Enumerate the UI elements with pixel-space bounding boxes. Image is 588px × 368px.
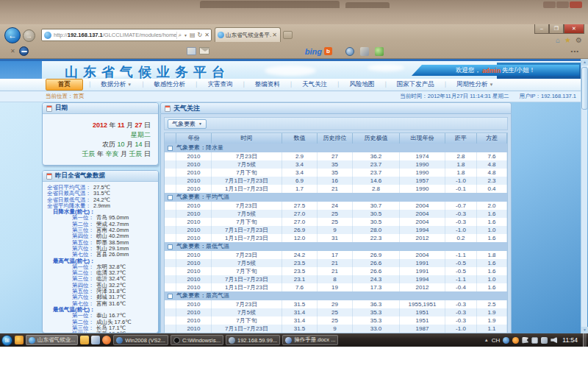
forward-button[interactable]: → [23,29,35,42]
display-icon[interactable] [531,337,538,344]
start-button[interactable]: ⊞ [1,335,12,346]
table-row[interactable]: 20107月下旬3.43523.719901.84.8 [165,169,507,177]
table-cell: 2.0 [477,202,507,210]
refresh-icon[interactable]: ↻ [198,32,203,39]
table-row[interactable]: 20107月1日~7月23日6.91614.61957-1.02.3 [165,177,507,185]
language-indicator[interactable]: CH [492,337,501,344]
maximize-button[interactable]: ❐ [549,24,564,34]
nav-item-7[interactable]: 风险地图 [342,79,381,90]
element-dropdown-button[interactable]: 气象要素▼ [168,119,207,129]
show-desktop-button[interactable] [583,333,587,347]
volume-icon[interactable] [551,337,557,344]
bg-close-button[interactable] [570,1,582,8]
taskbar-window-button[interactable]: 山东省气候业... [26,335,78,345]
dropdown-caret-icon[interactable]: ▼ [184,32,187,39]
browser-tab[interactable]: 山东省气候业务平... ✕ [215,27,281,42]
table-group-row[interactable]: 气象要素：最低气温 [165,242,507,251]
explorer-folder-icon[interactable] [80,336,89,344]
action-center-flag-icon[interactable] [522,337,528,344]
page-scrollbar[interactable]: ▲ ▼ [581,59,587,333]
weather-focus-title: 天气关注 [173,104,200,113]
mail-icon[interactable] [199,47,209,54]
window-title: 操作手册.docx ... [294,336,335,344]
new-tab-button[interactable] [283,31,293,39]
table-cell: 1990 [400,185,445,193]
people-icon[interactable] [375,47,384,56]
scroll-up-icon[interactable]: ▲ [581,59,588,66]
disc-icon[interactable] [345,47,354,56]
scrollbar-thumb[interactable] [581,67,588,110]
url-text[interactable]: http://192.168.137.1/GLCCLIMATE/modules/… [54,32,176,38]
table-row[interactable]: 20107月5候23.52126.61991-0.51.6 [165,259,507,267]
taskbar-window-button[interactable]: 192.168.59.99... [226,335,280,345]
nav-item-6[interactable]: 天气关注 [295,79,334,90]
nav-item-4[interactable]: 灾害查询 [200,79,240,90]
table-cell: 35 [318,169,353,177]
browser-toolbar: ✕ bing b ••• [0,43,588,59]
cards-icon[interactable] [187,47,196,55]
table-row[interactable]: 20107月1日~7月23日31.5933.01987-1.01.1 [165,325,507,333]
pinned-app-icon[interactable] [15,336,24,344]
bg-maximize-button[interactable] [556,1,569,8]
taskbar-window-button[interactable]: 操作手册.docx ... [282,335,338,345]
nav-item-3[interactable]: 敏感性分析 [147,79,193,90]
nav-item-1[interactable]: 首页 [46,79,83,91]
tray-expand-icon[interactable]: ▲ [484,338,489,342]
table-row[interactable]: 20107月23日27.52430.72004-0.72.0 [165,202,507,210]
tray-app-icon[interactable] [503,337,509,344]
stop-icon[interactable]: ✕ [204,32,209,39]
remote-access-icon[interactable] [512,337,519,344]
table-row[interactable]: 20101月1日~7月23日7.61917.32012-0.41.6 [165,283,507,291]
expand-box-icon[interactable] [168,146,173,151]
more-options-icon[interactable]: ••• [571,48,579,54]
scroll-down-icon[interactable]: ▼ [581,327,588,333]
back-button[interactable]: ← [4,27,21,43]
taskbar-clock[interactable]: 11:54 [560,336,580,344]
table-row[interactable]: 20107月23日2.92736.219742.87.6 [165,152,507,160]
table-cell: 2010 [176,177,212,185]
table-group-row[interactable]: 气象要素：最高气温 [165,291,507,300]
media-player-icon[interactable] [102,336,111,344]
table-row[interactable]: 20101月1日~7月23日12.03122.320120.21.6 [165,234,507,242]
table-row[interactable]: 20107月5候27.02530.52004-0.31.6 [165,210,507,218]
table-cell: 31.4 [282,316,318,325]
table-cell: 7月23日 [212,300,282,308]
nav-separator: ｜ [334,80,342,89]
search-icon[interactable]: ⌕ [179,32,182,39]
compass-icon[interactable] [19,46,29,56]
table-row[interactable]: 20107月下旬23.52126.61991-0.51.6 [165,267,507,275]
table-row[interactable]: 20107月5候31.42535.31951-0.31.9 [165,308,507,316]
table-row[interactable]: 20101月1日~7月23日1.7212.81990-0.10.4 [165,185,507,193]
table-row[interactable]: 20107月5候3.43523.719901.84.8 [165,160,507,169]
nav-item-5[interactable]: 整编资料 [248,79,287,90]
nav-item-9[interactable]: 周期性分析▼ [449,79,501,90]
table-row[interactable]: 20107月下旬31.42535.31951-0.31.9 [165,316,507,325]
nav-item-8[interactable]: 国家下发产品 [390,79,442,90]
expand-box-icon[interactable] [168,294,173,299]
toolbar-close-icon[interactable]: ✕ [10,48,15,54]
address-bar[interactable]: http://192.168.137.1/GLCCLIMATE/modules/… [41,29,212,41]
table-group-row[interactable]: 气象要素：降水量 [165,144,507,152]
table-group-row[interactable]: 气象要素：平均气温 [165,193,507,202]
close-button[interactable]: ✕ [564,24,584,34]
taskbar-window-button[interactable]: Win2008 (VS2... [113,335,168,345]
expand-box-icon[interactable] [168,244,173,250]
nav-item-2[interactable]: 数据分析▼ [93,79,139,90]
table-row[interactable]: 20107月23日31.52936.31955,1951-0.32.5 [165,300,507,308]
minimize-button[interactable]: – [534,24,549,34]
table-row[interactable]: 20107月23日24.21726.92004-1.11.8 [165,251,507,259]
background-window-controls[interactable] [543,1,582,8]
expand-box-icon[interactable] [168,195,173,200]
table-row[interactable]: 20107月1日~7月23日26.9928.01994-1.01.0 [165,226,507,234]
window-controls[interactable]: – ❐ ✕ [534,24,584,34]
tab-close-icon[interactable]: ✕ [271,32,278,38]
taskbar-window-button[interactable]: C:\Windows\s... [171,335,223,345]
bing-logo[interactable]: bing b [305,47,332,56]
bg-minimize-button[interactable] [543,1,556,8]
satellite-icon[interactable] [360,47,369,56]
network-icon[interactable] [541,337,548,344]
compatibility-view-icon[interactable]: ▤ [190,32,196,39]
table-row[interactable]: 20107月下旬27.02530.52004-0.31.6 [165,218,507,226]
viewer-app-icon[interactable] [91,336,100,344]
table-row[interactable]: 20107月1日~7月23日23.1824.31994-1.11.0 [165,275,507,283]
